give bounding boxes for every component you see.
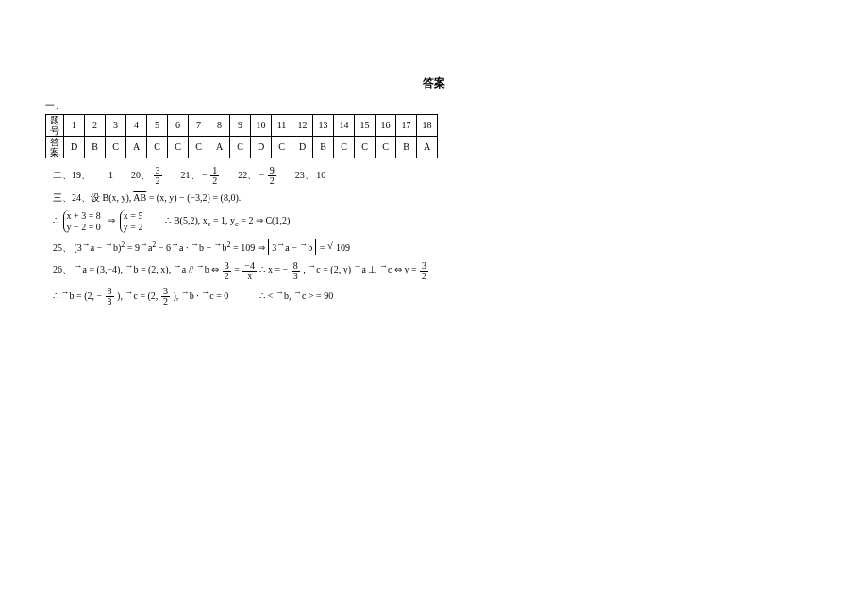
sub-c: c [208, 220, 211, 228]
ans-cell: C [147, 136, 168, 158]
q-num: 14 [334, 114, 355, 136]
q26-l2a: ∴ →b = (2, − [53, 290, 102, 301]
ans-cell: C [230, 136, 251, 158]
q24-line2: ∴ x + 3 = 8 y − 2 = 0 ⇒ x = 5 y = 2 ∴ B(… [53, 210, 830, 233]
implies-icon: ⇒ [108, 215, 115, 225]
ans-cell: A [126, 136, 147, 158]
q26-p1: →a = (3,−4), →b = (2, x), →a // →b ⇔ [75, 264, 222, 274]
s21-sign: − [202, 170, 208, 180]
q26-label: 26、 [53, 264, 72, 274]
ans-cell: C [355, 136, 376, 158]
frac-8-3: 83 [292, 261, 300, 281]
q-num: 5 [147, 114, 168, 136]
q-num: 17 [396, 114, 417, 136]
q-num: 12 [292, 114, 313, 136]
frac-8-3b: 83 [106, 287, 114, 307]
therefore-icon: ∴ [53, 215, 58, 225]
ans-cell: B [396, 136, 417, 158]
ans-cell: A [209, 136, 230, 158]
frac-21: 12 [210, 166, 219, 186]
ans-cell: C [189, 136, 209, 158]
s22-sign: − [259, 170, 265, 180]
sub-c: c [235, 220, 239, 228]
abs-expr: 3→a − →b [268, 239, 316, 255]
q26-mid: = [234, 264, 242, 274]
ans-cell: B [85, 136, 106, 158]
frac-3-2b: 32 [420, 261, 428, 281]
l21: 21、 [181, 170, 200, 180]
frac-3-2c: 32 [161, 287, 170, 307]
l23: 23、 [295, 170, 314, 180]
q26-p2: ∴ x = − [259, 264, 288, 274]
ans-cell: C [106, 136, 126, 158]
post24: ∴ B(5,2), x [165, 215, 207, 225]
q-num: 4 [126, 114, 147, 136]
q25-eq: = [320, 242, 327, 253]
a19: 1 [108, 170, 113, 180]
section1-label: 一、 [45, 99, 830, 112]
q25-label: 25、 [53, 242, 72, 253]
q-num: 10 [251, 114, 272, 136]
ans-cell: C [334, 136, 355, 158]
q-num: 3 [106, 114, 126, 136]
q-num: 1 [64, 114, 85, 136]
frac-neg4-x: −4x [242, 261, 257, 281]
q26-line1: 26、 →a = (3,−4), →b = (2, x), →a // →b ⇔… [53, 260, 830, 281]
answer-page: 答案 一、 题号 1 2 3 4 5 6 7 8 9 10 11 12 13 1… [0, 0, 868, 307]
q-num: 2 [85, 114, 106, 136]
q-num: 9 [230, 114, 251, 136]
vector-ab: AB [133, 192, 146, 203]
l22: 22、 [238, 170, 257, 180]
l20: 20、 [131, 170, 150, 180]
ans-cell: C [376, 136, 396, 158]
s2-prefix: 二、19、 [53, 170, 91, 180]
frac-20: 32 [154, 166, 162, 186]
ans-cell: C [168, 136, 189, 158]
s3-prefix: 三、24、设 B(x, y), [53, 192, 131, 203]
table-row: 答案 D B C A C C C A C D C D B C C C B A [46, 136, 438, 158]
a23: 10 [316, 170, 326, 180]
eq1: = 1, y [213, 215, 235, 225]
sqrt-val: 109 [334, 241, 352, 255]
answer-table: 题号 1 2 3 4 5 6 7 8 9 10 11 12 13 14 15 1… [45, 114, 438, 158]
ans-cell: D [64, 136, 85, 158]
ans-cell: B [313, 136, 334, 158]
ans-cell: C [272, 136, 292, 158]
ans-cell: A [417, 136, 438, 158]
q-num: 8 [209, 114, 230, 136]
q-num: 13 [313, 114, 334, 136]
table-row: 题号 1 2 3 4 5 6 7 8 9 10 11 12 13 14 15 1… [46, 114, 438, 136]
eq2: = 2 ⇒ C(1,2) [241, 215, 290, 225]
brace-system2: x = 5 y = 2 [120, 210, 146, 233]
row-header-answer: 答案 [46, 136, 64, 158]
frac-22: 92 [268, 166, 276, 186]
section2-line: 二、19、 1 20、 32 21、 − 12 22、 − 92 23、 10 [53, 166, 830, 186]
q-num: 18 [417, 114, 438, 136]
ans-cell: D [292, 136, 313, 158]
q25-line: 25、 (3→a − →b)2 = 9→a2 − 6→a · →b + →b2 … [53, 239, 830, 255]
expr24: = (x, y) − (−3,2) = (8,0). [149, 192, 242, 203]
row-header-question: 题号 [46, 114, 64, 136]
q-num: 15 [355, 114, 376, 136]
q-num: 16 [376, 114, 396, 136]
radical-icon: √ [327, 240, 333, 251]
q26-p3: , →c = (2, y) →a ⊥ →c ⇔ y = [303, 264, 419, 274]
q-num: 11 [272, 114, 292, 136]
page-title: 答案 [38, 75, 830, 91]
q-num: 6 [168, 114, 189, 136]
ans-cell: D [251, 136, 272, 158]
q24-line1: 三、24、设 B(x, y), AB = (x, y) − (−3,2) = (… [53, 191, 830, 205]
q26-l2b: ), →c = (2, [117, 290, 160, 301]
q25-lhs: (3→a − →b)2 = 9→a2 − 6→a · →b + →b2 = 10… [75, 242, 268, 253]
frac-3-2: 32 [223, 261, 231, 281]
q26-line2: ∴ →b = (2, − 83 ), →c = (2, 32 ), →b · →… [53, 287, 830, 307]
q26-l2d: ∴ < →b, →c > = 90 [259, 290, 333, 301]
brace-system1: x + 3 = 8 y − 2 = 0 [63, 210, 104, 233]
q26-l2c: ), →b · →c = 0 [173, 290, 228, 301]
q-num: 7 [189, 114, 209, 136]
